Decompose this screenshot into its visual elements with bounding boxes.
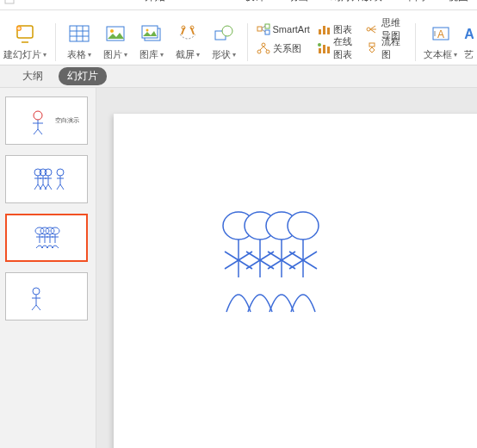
textbox-icon: A: [426, 21, 455, 47]
screenshot-icon: [173, 21, 202, 47]
chevron-down-icon: ▾: [43, 51, 46, 59]
menu-start[interactable]: 开始: [145, 0, 165, 3]
thumb-4[interactable]: [5, 272, 88, 320]
smartart-button[interactable]: SmartArt: [257, 21, 310, 38]
relation-icon: [257, 42, 270, 54]
svg-line-55: [34, 184, 38, 190]
svg-rect-21: [265, 24, 269, 28]
gallery-icon: [137, 21, 166, 47]
screenshot-label: 截屏: [176, 48, 195, 61]
svg-rect-33: [319, 48, 321, 53]
table-button[interactable]: 表格▾: [65, 21, 94, 61]
svg-rect-6: [70, 26, 89, 41]
menu-review[interactable]: 审阅: [405, 0, 425, 3]
svg-point-27: [266, 50, 269, 53]
svg-line-51: [38, 129, 42, 134]
screenshot-button[interactable]: 截屏▾: [173, 21, 202, 61]
svg-point-75: [40, 227, 49, 234]
flowchart-button[interactable]: 流程图: [365, 40, 406, 57]
shapes-button[interactable]: 形状▾: [209, 21, 238, 61]
svg-point-81: [51, 227, 59, 234]
svg-rect-32: [327, 28, 330, 34]
svg-point-25: [262, 43, 265, 47]
main-area: 空白演示: [0, 88, 477, 448]
svg-line-23: [262, 26, 265, 28]
picture-button[interactable]: 图片▾: [101, 21, 130, 61]
svg-point-36: [318, 43, 321, 47]
svg-rect-30: [319, 29, 321, 34]
gallery-label: 图库: [139, 48, 158, 61]
svg-line-70: [57, 184, 60, 190]
menu-view[interactable]: 视图: [448, 0, 468, 3]
svg-rect-22: [265, 30, 269, 34]
svg-rect-34: [323, 45, 325, 53]
textbox-button[interactable]: A 文本框▾: [424, 21, 457, 61]
online-chart-icon: [317, 42, 331, 54]
svg-point-12: [110, 29, 114, 33]
online-chart-button[interactable]: 在线图表: [317, 40, 358, 57]
svg-point-67: [57, 169, 64, 176]
online-chart-label: 在线图表: [333, 35, 358, 61]
wordart-button[interactable]: A 艺: [464, 21, 474, 61]
chevron-down-icon: ▾: [196, 51, 200, 59]
svg-rect-31: [323, 26, 325, 34]
separator: [55, 23, 56, 61]
menu-design[interactable]: 设计: [245, 0, 265, 3]
picture-icon: [101, 21, 130, 47]
table-icon: [65, 21, 94, 47]
svg-point-26: [257, 50, 261, 53]
svg-text:A: A: [464, 27, 474, 41]
relation-label: 关系图: [273, 42, 301, 55]
chevron-down-icon: ▾: [88, 51, 91, 59]
gallery-button[interactable]: 图库▾: [137, 21, 166, 61]
textbox-label: 文本框: [424, 48, 452, 61]
tab-slides[interactable]: 幻灯片: [59, 67, 107, 85]
shapes-icon: [209, 21, 238, 47]
tab-outline[interactable]: 大纲: [14, 67, 52, 85]
picture-label: 图片: [103, 48, 122, 61]
svg-line-66: [48, 184, 52, 190]
relation-button[interactable]: 关系图: [257, 40, 310, 57]
svg-line-71: [60, 184, 64, 190]
thumb-3[interactable]: [5, 214, 88, 262]
svg-point-101: [288, 212, 319, 240]
svg-rect-20: [257, 27, 262, 31]
top-menubar: 开始 插入 设计 动画 幻灯片放映 审阅 视图: [0, 0, 477, 10]
svg-line-24: [262, 29, 265, 32]
ribbon-insert: 建幻灯片▾ 表格▾ 图片▾ 图库▾ 截屏▾ 形状▾ S: [0, 10, 477, 65]
thumb1-text: 空白演示: [55, 117, 79, 124]
table-label: 表格: [67, 48, 86, 61]
menu-animation[interactable]: 动画: [288, 0, 308, 3]
slide-canvas[interactable]: [96, 88, 477, 448]
svg-text:A: A: [437, 28, 444, 40]
chevron-down-icon: ▾: [160, 51, 164, 59]
svg-line-38: [370, 26, 375, 29]
new-slide-icon: [10, 21, 40, 47]
slide-thumbnails: 空白演示: [0, 88, 96, 448]
file-menu[interactable]: [3, 0, 17, 5]
separator: [247, 23, 248, 61]
new-slide-button[interactable]: 建幻灯片▾: [3, 21, 46, 61]
svg-line-88: [36, 305, 40, 310]
chart-icon: [317, 23, 331, 35]
flowchart-label: 流程图: [381, 35, 406, 61]
svg-line-29: [263, 47, 267, 50]
svg-line-40: [370, 29, 375, 33]
thumb-1[interactable]: 空白演示: [5, 96, 88, 145]
svg-point-78: [46, 227, 54, 234]
menu-slideshow[interactable]: 幻灯片放映: [331, 0, 382, 3]
new-slide-label: 建幻灯片: [3, 48, 41, 61]
chevron-down-icon: ▾: [124, 51, 127, 59]
slide-figure[interactable]: [213, 208, 342, 329]
smartart-label: SmartArt: [273, 24, 310, 34]
thumb-2[interactable]: [5, 155, 88, 203]
svg-point-37: [367, 28, 370, 31]
svg-point-19: [222, 26, 232, 36]
svg-point-72: [35, 227, 44, 234]
svg-rect-35: [327, 47, 330, 53]
svg-point-47: [34, 111, 42, 120]
flowchart-icon: [365, 42, 379, 54]
svg-point-15: [146, 29, 148, 32]
slide-surface[interactable]: [114, 114, 477, 448]
svg-point-84: [33, 288, 40, 295]
